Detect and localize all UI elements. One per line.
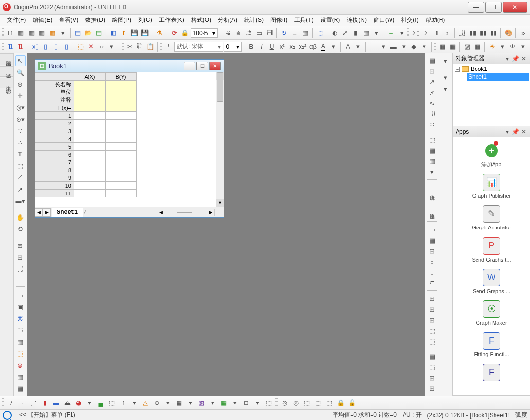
- r1-btn[interactable]: ↗: [427, 77, 438, 87]
- grip[interactable]: [407, 28, 410, 38]
- data-cell[interactable]: [74, 127, 106, 135]
- greek-button[interactable]: αβ: [308, 41, 318, 52]
- annotate-tool[interactable]: ⬚: [15, 160, 26, 171]
- colorbar-button[interactable]: ▮: [351, 28, 361, 38]
- pointer-tool[interactable]: ↖: [15, 55, 26, 66]
- rescale-tool[interactable]: ⛶: [15, 263, 26, 274]
- mask1-button[interactable]: ◎: [279, 398, 290, 408]
- lcol-button[interactable]: ▯: [61, 41, 71, 52]
- print-preview-button[interactable]: 🗎: [233, 28, 243, 38]
- layout-tool[interactable]: ⬚: [15, 325, 26, 335]
- organizer-button[interactable]: ⬚: [315, 28, 325, 38]
- worksheet-tool[interactable]: ▦: [15, 371, 26, 382]
- grip[interactable]: [2, 28, 4, 38]
- sheet-next-button[interactable]: ▶: [43, 208, 51, 217]
- duplicate-button[interactable]: ⿻: [244, 28, 254, 38]
- data-cell[interactable]: [106, 120, 137, 127]
- add-button[interactable]: ＋: [387, 28, 397, 38]
- sum-button[interactable]: Σ▯: [411, 28, 421, 38]
- apps-list[interactable]: +添加App📊Graph Publisher✎Graph AnnotatorPS…: [453, 137, 530, 395]
- menu-item[interactable]: 连接(N): [344, 15, 370, 25]
- header-row-label[interactable]: 注释: [35, 96, 74, 104]
- inc-font-button[interactable]: A̅: [343, 41, 353, 52]
- row-number[interactable]: 9: [35, 174, 74, 182]
- mdi-workspace[interactable]: Book1 − ☐ ✕ A(X)B(Y)长名称单位注释F(x)=12345678…: [27, 53, 425, 396]
- menu-item[interactable]: 统计(S): [241, 15, 266, 25]
- row-number[interactable]: 4: [35, 135, 74, 143]
- r1-btn[interactable]: ⊞: [427, 304, 438, 314]
- save-button[interactable]: 💾: [129, 28, 140, 38]
- sub-button[interactable]: x₂: [287, 41, 297, 52]
- arrow-tool[interactable]: ↗: [15, 184, 26, 194]
- line-tool[interactable]: ／: [15, 172, 26, 183]
- template-button[interactable]: ⬚: [264, 398, 274, 408]
- fontcolor-button[interactable]: A: [318, 41, 328, 52]
- ins-col-button[interactable]: ⬚: [76, 41, 86, 52]
- supsub-button[interactable]: x₂²: [298, 41, 307, 52]
- dropdown-icon[interactable]: ▾: [129, 398, 140, 408]
- data-conn1-button[interactable]: ⇅: [6, 41, 16, 52]
- menu-item[interactable]: 设置(R): [318, 15, 343, 25]
- panel-menu-button[interactable]: ▾: [504, 55, 511, 62]
- app-item[interactable]: F: [456, 364, 527, 383]
- workbook-titlebar[interactable]: Book1 − ☐ ✕: [35, 60, 224, 72]
- menu-item[interactable]: 列(C): [135, 15, 155, 25]
- app-item[interactable]: WSend Graphs ...: [456, 269, 527, 295]
- menu-item[interactable]: 分析(A): [215, 15, 240, 25]
- grip[interactable]: [2, 42, 4, 52]
- sup-button[interactable]: x²: [277, 41, 287, 52]
- sheet-tool4-button[interactable]: ▦: [473, 41, 482, 52]
- r1-btn[interactable]: ⊆: [427, 278, 438, 288]
- header-cell[interactable]: [106, 104, 137, 112]
- status-start[interactable]: << 【开始】菜单 (F1): [19, 411, 75, 419]
- theme-button[interactable]: ◐: [330, 28, 340, 38]
- worksheet2-tool[interactable]: ▦: [15, 383, 26, 394]
- layer-mgr-button[interactable]: ▦: [361, 28, 371, 38]
- save-project-button[interactable]: 💾: [140, 28, 150, 38]
- horizontal-scrollbar[interactable]: ◀▶: [87, 209, 224, 216]
- data-cell[interactable]: [106, 182, 137, 190]
- menu-item[interactable]: 编辑(E): [30, 15, 55, 25]
- import-button[interactable]: ⬆: [119, 28, 129, 38]
- dropdown-icon[interactable]: ▾: [252, 398, 263, 408]
- pan-tool[interactable]: ✋: [15, 212, 26, 223]
- header-cell[interactable]: [106, 96, 137, 104]
- r2-btn[interactable]: ▾: [441, 72, 451, 83]
- r1-btn[interactable]: ⬚: [427, 363, 438, 372]
- stacked-button[interactable]: ▄: [95, 398, 106, 408]
- worksheet-grid[interactable]: A(X)B(Y)长名称单位注释F(x)=1234567891011: [35, 72, 216, 207]
- sheet-tool3-button[interactable]: ▨: [462, 41, 472, 52]
- region-tool[interactable]: ∵: [15, 125, 26, 136]
- new-project-button[interactable]: 🗋: [6, 28, 16, 38]
- ycol-button[interactable]: ▯: [41, 41, 51, 52]
- menu-item[interactable]: 绘图(P): [109, 15, 134, 25]
- menu-item[interactable]: 图像(I): [267, 15, 290, 25]
- italic-button[interactable]: I: [257, 41, 266, 52]
- r1-btn[interactable]: ▦: [427, 146, 438, 156]
- stats-button[interactable]: Σ: [422, 28, 432, 38]
- corner-cell[interactable]: [35, 73, 74, 81]
- bold-button[interactable]: B: [247, 41, 256, 52]
- underline-button[interactable]: U: [267, 41, 277, 52]
- r2-btn[interactable]: ▾: [441, 84, 451, 94]
- r1-btn[interactable]: ⊟: [427, 246, 438, 256]
- rotate-tool[interactable]: ⟲: [15, 224, 26, 234]
- recalc-button[interactable]: ⟳: [170, 28, 180, 38]
- new-graph-button[interactable]: ▦: [48, 28, 58, 38]
- open-template-button[interactable]: ▤: [73, 28, 83, 38]
- video-button[interactable]: 🎞: [265, 28, 275, 38]
- layers-button[interactable]: ≡: [290, 28, 300, 38]
- menu-item[interactable]: 工具(T): [291, 15, 316, 25]
- r1-btn[interactable]: ▦: [427, 235, 438, 245]
- header-cell[interactable]: [74, 96, 106, 104]
- dropdown-icon[interactable]: ▾: [106, 41, 116, 52]
- bars1-button[interactable]: ▮▮: [468, 28, 478, 38]
- data-cell[interactable]: [106, 151, 137, 158]
- app-item[interactable]: PSend Graphs t...: [456, 237, 527, 263]
- workbook-close-button[interactable]: ✕: [209, 62, 221, 70]
- header-cell[interactable]: [74, 104, 106, 112]
- new-excel-button[interactable]: ▦: [27, 28, 37, 38]
- app-item[interactable]: ✎Graph Annotator: [456, 205, 527, 231]
- data-cell[interactable]: [74, 135, 106, 143]
- data-cell[interactable]: [74, 174, 106, 182]
